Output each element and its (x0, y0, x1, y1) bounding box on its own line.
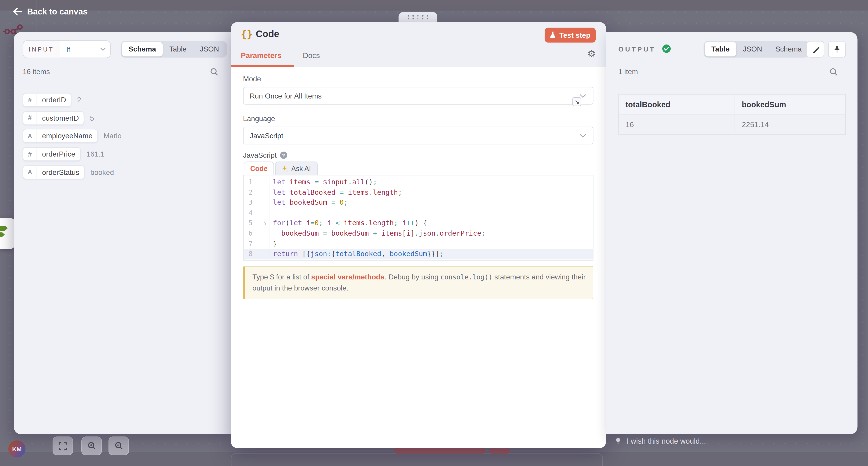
zoom-out-icon (114, 441, 123, 450)
success-check-icon (662, 44, 671, 53)
schema-field-name: orderPrice (37, 148, 80, 160)
gear-icon[interactable]: ⚙ (587, 49, 596, 59)
input-tab-json[interactable]: JSON (193, 42, 226, 57)
editor-tab-code-label: Code (250, 165, 268, 173)
node-feedback-label: I wish this node would... (627, 437, 706, 445)
zoom-fit-button[interactable] (53, 436, 73, 455)
string-type-icon: A (23, 166, 37, 178)
output-table: totalBookedbookedSum162251.14 (618, 94, 846, 135)
node-feedback-button[interactable]: I wish this node would... (614, 437, 706, 445)
expand-editor-button[interactable] (572, 97, 581, 106)
zoom-in-button[interactable] (81, 436, 102, 455)
line-number: 6 (244, 228, 270, 239)
active-tab-underline (231, 65, 294, 67)
mode-label: Mode (243, 75, 261, 83)
schema-field-name: orderStatus (37, 166, 84, 178)
node-title[interactable]: Code (256, 29, 279, 40)
code-line: 4 (244, 208, 593, 218)
line-number: 1 (244, 177, 270, 188)
canvas-top-strip (0, 0, 868, 11)
zoom-fit-icon (59, 442, 67, 450)
line-number: 2 (244, 187, 270, 198)
sparkles-icon (282, 165, 288, 172)
code-line: 6 bookedSum = bookedSum + items[i].json.… (244, 228, 593, 239)
canvas-dimmed-panel-outline (231, 453, 603, 466)
editor-tab-code[interactable]: Code (244, 162, 274, 175)
output-column-header: totalBooked (619, 95, 735, 115)
code-line: 5∨for(let i=0; i < items.length; i++) { (244, 218, 593, 229)
code-line-content (270, 208, 593, 218)
hint-code: console.log() (440, 273, 493, 281)
schema-field-row: #orderPrice161.1 (23, 147, 104, 161)
edit-output-button[interactable] (807, 41, 824, 57)
schema-field-value: booked (90, 168, 114, 176)
tab-docs[interactable]: Docs (303, 52, 320, 60)
output-tab-table[interactable]: Table (705, 42, 737, 57)
schema-field-name: orderID (37, 94, 71, 106)
special-vars-link[interactable]: special vars/methods (311, 273, 384, 281)
input-search-button[interactable] (209, 67, 219, 77)
input-label: INPUT (23, 41, 60, 57)
output-panel: OUTPUT Table JSON Schema 1 item (606, 32, 858, 434)
if-node-icon (0, 218, 11, 249)
test-step-button[interactable]: Test step (545, 28, 596, 42)
output-label: OUTPUT (618, 45, 656, 53)
output-tab-json[interactable]: JSON (736, 42, 769, 57)
input-tab-schema[interactable]: Schema (122, 42, 163, 57)
chevron-down-icon (580, 133, 586, 137)
schema-field-pill[interactable]: #orderID (23, 93, 71, 107)
language-select[interactable]: JavaScript (243, 127, 593, 144)
lightbulb-icon (614, 437, 622, 445)
ndv-drag-handle[interactable] (399, 12, 437, 22)
number-type-icon: # (23, 148, 37, 160)
line-number: 4 (244, 208, 270, 218)
number-type-icon: # (23, 111, 37, 124)
tab-parameters[interactable]: Parameters (241, 52, 281, 60)
output-search-button[interactable] (829, 67, 839, 77)
code-lines: 1let items = $input.all();2let totalBook… (244, 177, 593, 259)
editor-tabs: Code Ask AI (244, 162, 319, 175)
code-line: 8return [{json:{totalBooked, bookedSum}}… (244, 249, 593, 259)
schema-field-pill[interactable]: AorderStatus (23, 165, 85, 179)
line-number: 8 (244, 249, 270, 259)
schema-field-pill[interactable]: AemployeeName (23, 129, 98, 143)
input-tab-table[interactable]: Table (163, 42, 193, 57)
zoom-out-button[interactable] (108, 436, 129, 455)
chevron-down-icon (580, 94, 586, 98)
editor-hint-box: Type $ for a list of special vars/method… (243, 266, 593, 300)
editor-tab-ask-ai[interactable]: Ask AI (275, 162, 318, 175)
fold-chevron-icon[interactable]: ∨ (264, 218, 267, 229)
output-items-count: 1 item (618, 68, 638, 76)
schema-field-value: 161.1 (86, 150, 104, 158)
language-value: JavaScript (250, 131, 283, 140)
schema-field-pill[interactable]: #orderPrice (23, 147, 81, 161)
number-type-icon: # (23, 94, 37, 106)
code-editor[interactable]: 1let items = $input.all();2let totalBook… (243, 175, 593, 261)
input-source-select[interactable]: INPUT If (23, 40, 111, 58)
javascript-section-label: JavaScript ? (243, 151, 287, 160)
arrow-left-icon (13, 7, 22, 15)
input-view-tabs: Schema Table JSON (121, 41, 227, 57)
code-line: 7} (244, 239, 593, 249)
schema-field-pill[interactable]: #customerID (23, 111, 84, 125)
editor-tab-ask-ai-label: Ask AI (291, 165, 311, 172)
input-source-value: If (60, 41, 100, 57)
schema-field-value: Mario (103, 132, 122, 140)
code-line-content: bookedSum = bookedSum + items[i].json.or… (270, 228, 593, 239)
pin-icon (833, 45, 841, 54)
schema-field-value: 5 (90, 114, 94, 122)
input-node-stub[interactable] (0, 218, 16, 249)
back-to-canvas-button[interactable]: Back to canvas (13, 6, 88, 16)
line-number: 5∨ (244, 218, 270, 229)
app-screen: KM I wish this node would... Back to can… (0, 0, 868, 466)
mode-select[interactable]: Run Once for All Items (243, 87, 593, 104)
expand-icon (575, 99, 579, 104)
avatar-initials: KM (12, 446, 22, 452)
mode-value: Run Once for All Items (250, 92, 322, 100)
help-icon[interactable]: ? (280, 152, 287, 159)
output-tab-schema[interactable]: Schema (769, 42, 809, 57)
back-to-canvas-label: Back to canvas (27, 6, 88, 16)
output-view-tabs: Table JSON Schema (704, 41, 810, 57)
pin-data-button[interactable] (828, 41, 846, 57)
user-avatar[interactable]: KM (8, 440, 26, 458)
